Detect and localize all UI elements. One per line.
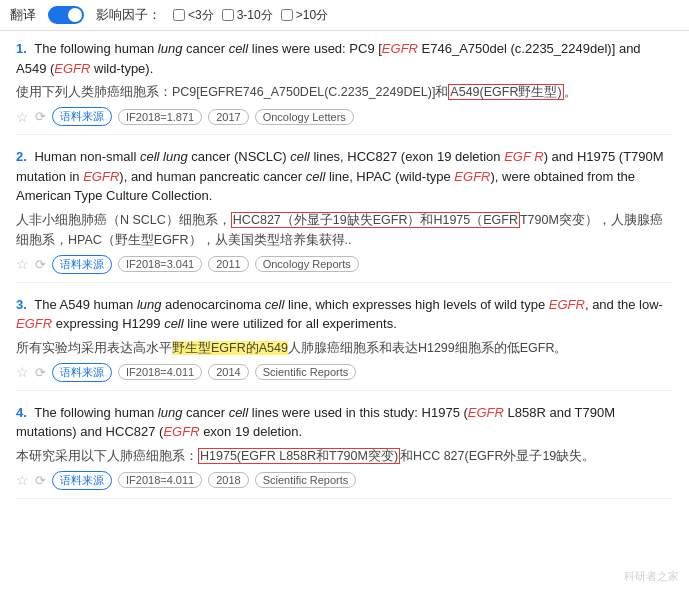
result-1-source-tag[interactable]: 语料来源 <box>52 107 112 126</box>
top-bar: 翻译 影响因子： <3分 3-10分 >10分 <box>0 0 689 31</box>
result-3-if-tag: IF2018=4.011 <box>118 364 202 380</box>
result-4-star[interactable]: ☆ <box>16 472 29 488</box>
filter-lt3-checkbox[interactable] <box>173 9 185 21</box>
result-1-year-tag: 2017 <box>208 109 248 125</box>
result-2-year-tag: 2011 <box>208 256 248 272</box>
result-2-number: 2. <box>16 149 27 164</box>
result-4-zh: 本研究采用以下人肺癌细胞系：H1975(EGFR L858R和T790M突变)和… <box>16 446 673 466</box>
result-item-2: 2. Human non-small cell lung cancer (NSC… <box>16 147 673 283</box>
result-2-if-tag: IF2018=3.041 <box>118 256 202 272</box>
result-1-en: 1. The following human lung cancer cell … <box>16 39 673 78</box>
result-1-zh: 使用下列人类肺癌细胞系：PC9[EGFRE746_A750DEL(C.2235_… <box>16 82 673 102</box>
result-4-journal-tag: Scientific Reports <box>255 472 357 488</box>
result-3-year-tag: 2014 <box>208 364 248 380</box>
result-2-refresh[interactable]: ⟳ <box>35 257 46 272</box>
result-4-if-tag: IF2018=4.011 <box>118 472 202 488</box>
result-4-en: 4. The following human lung cancer cell … <box>16 403 673 442</box>
result-2-journal-tag: Oncology Reports <box>255 256 359 272</box>
filter-gt10[interactable]: >10分 <box>281 7 328 24</box>
translate-toggle[interactable] <box>48 6 84 24</box>
result-item-1: 1. The following human lung cancer cell … <box>16 39 673 135</box>
result-item-4: 4. The following human lung cancer cell … <box>16 403 673 499</box>
result-2-en: 2. Human non-small cell lung cancer (NSC… <box>16 147 673 206</box>
result-1-refresh[interactable]: ⟳ <box>35 109 46 124</box>
result-1-number: 1. <box>16 41 27 56</box>
result-4-meta: ☆ ⟳ 语料来源 IF2018=4.011 2018 Scientific Re… <box>16 471 673 490</box>
result-4-refresh[interactable]: ⟳ <box>35 473 46 488</box>
result-1-star[interactable]: ☆ <box>16 109 29 125</box>
result-1-if-tag: IF2018=1.871 <box>118 109 202 125</box>
result-3-source-tag[interactable]: 语料来源 <box>52 363 112 382</box>
filter-lt3[interactable]: <3分 <box>173 7 214 24</box>
filter-group: <3分 3-10分 >10分 <box>173 7 328 24</box>
watermark: 科研者之家 <box>624 569 679 584</box>
translate-label: 翻译 <box>10 6 36 24</box>
result-3-meta: ☆ ⟳ 语料来源 IF2018=4.011 2014 Scientific Re… <box>16 363 673 382</box>
filter-3-10[interactable]: 3-10分 <box>222 7 273 24</box>
result-3-zh: 所有实验均采用表达高水平野生型EGFR的A549人肺腺癌细胞系和表达H1299细… <box>16 338 673 358</box>
result-2-zh: 人非小细胞肺癌（N SCLC）细胞系，HCC827（外显子19缺失EGFR）和H… <box>16 210 673 250</box>
result-4-number: 4. <box>16 405 27 420</box>
result-4-source-tag[interactable]: 语料来源 <box>52 471 112 490</box>
result-3-en: 3. The A549 human lung adenocarcinoma ce… <box>16 295 673 334</box>
results-list: 1. The following human lung cancer cell … <box>0 31 689 519</box>
result-1-meta: ☆ ⟳ 语料来源 IF2018=1.871 2017 Oncology Lett… <box>16 107 673 126</box>
filter-label: 影响因子： <box>96 6 161 24</box>
result-1-journal-tag: Oncology Letters <box>255 109 354 125</box>
result-2-meta: ☆ ⟳ 语料来源 IF2018=3.041 2011 Oncology Repo… <box>16 255 673 274</box>
filter-3-10-checkbox[interactable] <box>222 9 234 21</box>
result-3-journal-tag: Scientific Reports <box>255 364 357 380</box>
filter-gt10-checkbox[interactable] <box>281 9 293 21</box>
result-3-number: 3. <box>16 297 27 312</box>
result-2-source-tag[interactable]: 语料来源 <box>52 255 112 274</box>
result-4-year-tag: 2018 <box>208 472 248 488</box>
result-2-star[interactable]: ☆ <box>16 256 29 272</box>
result-3-refresh[interactable]: ⟳ <box>35 365 46 380</box>
result-item-3: 3. The A549 human lung adenocarcinoma ce… <box>16 295 673 391</box>
result-3-star[interactable]: ☆ <box>16 364 29 380</box>
